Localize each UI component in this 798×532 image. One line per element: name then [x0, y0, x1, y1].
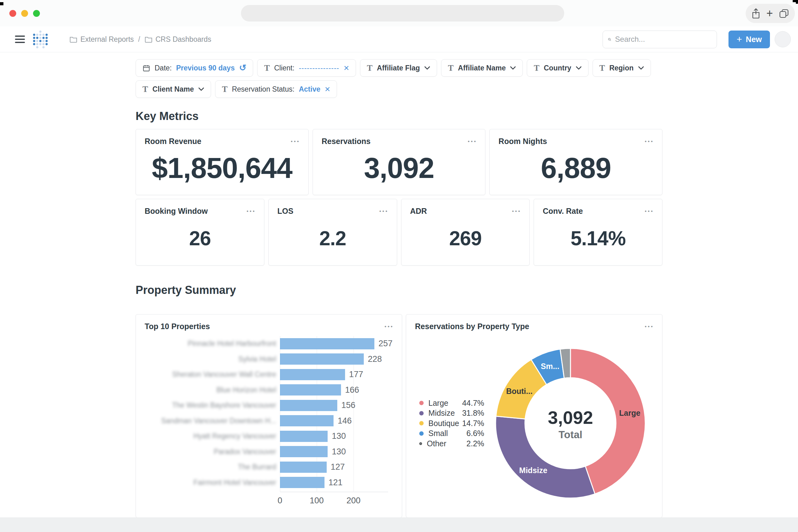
text-filter-icon: T [264, 63, 270, 73]
legend-dot [419, 401, 424, 405]
breadcrumb-item-external-reports[interactable]: External Reports [70, 35, 134, 44]
card-menu-button[interactable]: ••• [247, 207, 256, 214]
legend-name: Small [428, 429, 448, 438]
legend-dot [419, 431, 424, 436]
filter-bar-row-1: Date: Previous 90 days ↺ T Client: -----… [136, 59, 662, 77]
minimize-window-button[interactable] [21, 10, 28, 17]
menu-toggle-button[interactable] [15, 36, 25, 43]
bar [280, 415, 334, 426]
close-window-button[interactable] [10, 10, 16, 17]
bar-value-label: 228 [368, 354, 382, 364]
legend-dot [419, 442, 422, 445]
metric-label: ADR [410, 207, 427, 216]
bar [280, 400, 337, 411]
donut-center-label: Total [558, 429, 582, 440]
card-menu-button[interactable]: ••• [384, 322, 394, 329]
metric-label: Room Nights [498, 137, 547, 146]
bar-category-label: Sheraton Vancouver Wall Centre [145, 370, 276, 379]
card-menu-button[interactable]: ••• [291, 137, 300, 144]
filter-region[interactable]: T Region [593, 59, 651, 77]
bar-row: Sylvia Hotel228 [145, 352, 393, 367]
bar-value-label: 257 [378, 339, 393, 348]
maximize-window-button[interactable] [33, 10, 40, 17]
donut-slice-large [570, 348, 645, 494]
filter-date[interactable]: Date: Previous 90 days ↺ [136, 59, 253, 77]
card-menu-button[interactable]: ••• [468, 137, 477, 144]
bar [280, 338, 374, 349]
card-menu-button[interactable]: ••• [645, 207, 654, 214]
text-filter-icon: T [600, 63, 605, 73]
x-tick-label: 100 [309, 496, 324, 506]
new-tab-icon[interactable]: + [766, 8, 773, 19]
bar-row: Sandman Vancouver Downtown H...146 [145, 413, 393, 429]
filter-label: Client: [274, 64, 294, 72]
bar-category-label: Sandman Vancouver Downtown H... [145, 417, 276, 425]
filter-label: Region [609, 64, 634, 72]
bar-category-label: Paradox Vancouver [145, 448, 276, 456]
screenshot-artifact [0, 2, 3, 5]
filter-client-name[interactable]: T Client Name [136, 80, 211, 98]
bar-category-label: The Burrard [145, 463, 276, 471]
search-box[interactable] [603, 31, 717, 48]
card-menu-button[interactable]: ••• [645, 322, 654, 329]
tab-overview-icon[interactable] [779, 8, 789, 18]
legend-row-boutique: Boutique14.7% [419, 418, 484, 429]
filter-affiliate-name[interactable]: T Affiliate Name [441, 59, 523, 77]
bar-category-label: Hyatt Regency Vancouver [145, 432, 276, 440]
filter-reservation-status[interactable]: T Reservation Status: Active × [215, 80, 337, 98]
metric-cards-row-2: Booking Window ••• 26 LOS ••• 2.2 ADR ••… [136, 199, 662, 266]
plus-icon: + [737, 35, 742, 44]
legend-name: Large [428, 399, 448, 407]
reservations-by-property-type-card: LargeMidsizeBouti...Sm...3,092Total Rese… [406, 314, 662, 518]
legend-value: 31.8% [462, 408, 484, 418]
card-menu-button[interactable]: ••• [512, 207, 521, 214]
filter-affiliate-flag[interactable]: T Affiliate Flag [360, 59, 437, 77]
metric-value: 3,092 [313, 146, 485, 195]
section-title-property-summary: Property Summary [136, 284, 662, 297]
bar-value-label: 127 [331, 462, 345, 472]
legend-name: Boutique [428, 419, 459, 428]
filter-client[interactable]: T Client: --------------- × [257, 59, 356, 77]
metric-value: 26 [136, 216, 264, 265]
avatar[interactable] [775, 31, 791, 48]
refresh-icon[interactable]: ↺ [239, 63, 246, 72]
filter-bar-row-2: T Client Name T Reservation Status: Acti… [136, 80, 662, 98]
metric-card-room-revenue: Room Revenue ••• $1,850,644 [136, 129, 309, 195]
metric-label: Reservations [322, 137, 370, 146]
filter-country[interactable]: T Country [527, 59, 588, 77]
app-logo[interactable] [33, 31, 48, 48]
chevron-down-icon [198, 87, 204, 91]
breadcrumb-label: CRS Dashboards [155, 35, 211, 44]
card-menu-button[interactable]: ••• [645, 137, 654, 144]
bar-value-label: 130 [332, 447, 346, 457]
page-footer-area [0, 517, 798, 532]
new-button[interactable]: + New [728, 31, 770, 48]
browser-toolbar: + [746, 4, 795, 23]
metric-value: 2.2 [269, 216, 397, 265]
bar-row: Blue Horizon Hotel166 [145, 382, 393, 398]
search-input[interactable] [615, 35, 712, 44]
address-bar[interactable] [241, 5, 564, 21]
chevron-down-icon [576, 66, 582, 70]
chevron-down-icon [510, 66, 516, 70]
legend-row-other: Other2.2% [419, 438, 484, 449]
text-filter-icon: T [367, 63, 373, 73]
filter-value: Active [299, 85, 320, 94]
folder-icon [145, 36, 152, 43]
x-tick-label: 0 [278, 496, 282, 506]
bar [280, 384, 341, 396]
donut-slice-boutique [496, 360, 547, 419]
breadcrumb-item-crs-dashboards[interactable]: CRS Dashboards [145, 35, 211, 44]
legend-dot [419, 421, 424, 425]
donut-slice-other [560, 348, 570, 378]
share-icon[interactable] [751, 8, 761, 19]
bar-category-label: Sylvia Hotel [145, 355, 276, 363]
bar-value-label: 156 [341, 400, 355, 410]
donut-center-value: 3,092 [548, 407, 593, 428]
legend-row-large: Large44.7% [419, 398, 484, 408]
chevron-down-icon [638, 66, 644, 70]
card-menu-button[interactable]: ••• [379, 207, 389, 214]
donut-legend: Large44.7%Midsize31.8%Boutique14.7%Small… [419, 398, 484, 449]
close-icon[interactable]: × [325, 84, 330, 94]
close-icon[interactable]: × [344, 63, 349, 73]
